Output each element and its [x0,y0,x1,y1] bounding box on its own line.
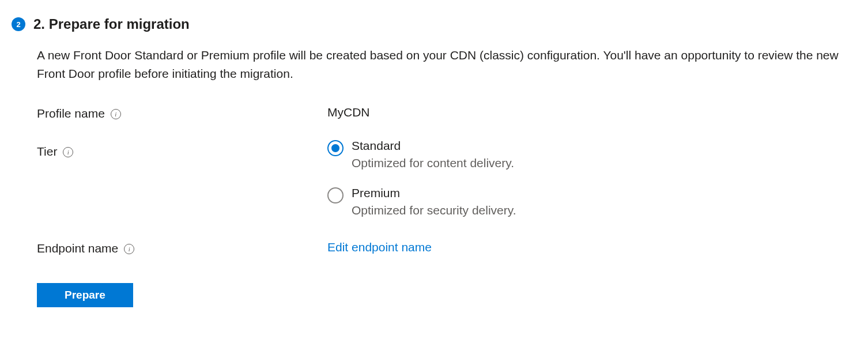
info-icon[interactable]: i [63,147,73,157]
endpoint-name-label: Endpoint name [37,242,118,255]
radio-circle [327,140,344,156]
endpoint-name-row: Endpoint name i Edit endpoint name [37,240,856,255]
endpoint-name-value-col: Edit endpoint name [327,240,432,254]
endpoint-name-label-col: Endpoint name i [37,240,327,255]
info-icon[interactable]: i [124,244,134,254]
tier-row: Tier i Standard Optimized for content de… [37,139,856,217]
radio-desc-standard: Optimized for content delivery. [352,156,514,170]
radio-desc-premium: Optimized for security delivery. [352,203,516,217]
tier-radio-group: Standard Optimized for content delivery.… [327,139,516,217]
radio-text: Standard Optimized for content delivery. [352,139,514,170]
tier-value-col: Standard Optimized for content delivery.… [327,139,516,217]
radio-text: Premium Optimized for security delivery. [352,186,516,217]
tier-option-standard[interactable]: Standard Optimized for content delivery. [327,139,516,170]
prepare-button[interactable]: Prepare [37,283,133,307]
profile-name-label: Profile name [37,107,105,120]
section-title: 2. Prepare for migration [33,16,190,32]
tier-label-col: Tier i [37,139,327,159]
profile-name-value: MyCDN [327,105,370,119]
tier-label: Tier [37,145,57,159]
section-description: A new Front Door Standard or Premium pro… [37,46,844,82]
radio-label-standard: Standard [352,139,514,153]
profile-name-row: Profile name i MyCDN [37,105,856,120]
info-icon[interactable]: i [111,109,121,119]
tier-option-premium[interactable]: Premium Optimized for security delivery. [327,186,516,217]
radio-circle [327,187,344,203]
edit-endpoint-name-link[interactable]: Edit endpoint name [327,240,432,254]
profile-name-label-col: Profile name i [37,105,327,120]
step-badge: 2 [12,17,25,31]
section-body: A new Front Door Standard or Premium pro… [37,46,856,307]
radio-dot [331,144,339,152]
radio-label-premium: Premium [352,186,516,200]
section-header: 2 2. Prepare for migration [12,16,856,32]
